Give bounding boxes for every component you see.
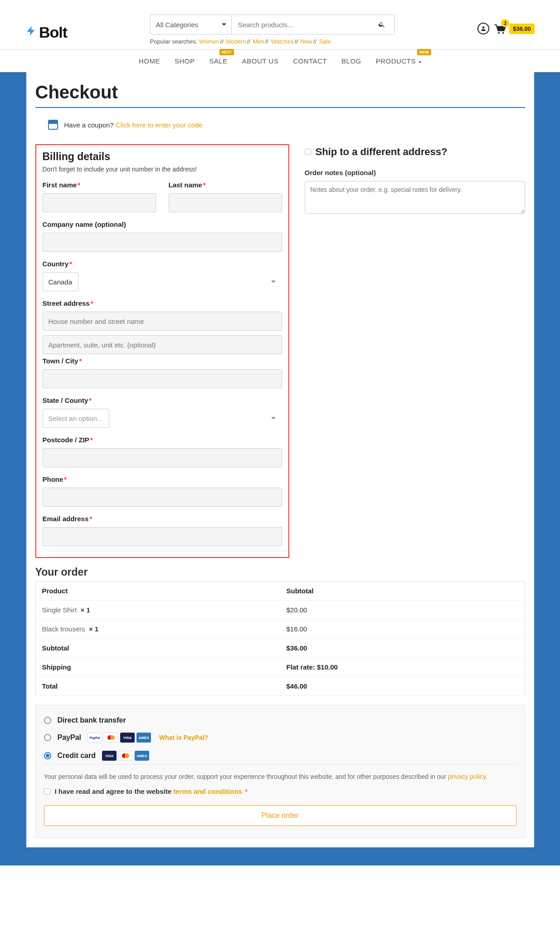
shipping-section: Ship to a different address? Order notes… (305, 144, 525, 558)
main-nav: HOME SHOP SALE HOT! ABOUT US CONTACT BLO… (0, 49, 560, 72)
paypal-card-icons: PayPal VISA AMEX (88, 733, 151, 743)
label-company: Company name (optional) (43, 220, 282, 228)
state-select[interactable]: Select an option... (43, 409, 109, 428)
amex-icon: AMEX (136, 733, 151, 743)
payment-option-bank[interactable]: Direct bank transfer (44, 716, 516, 724)
coupon-row: Have a coupon? Click here to enter your … (35, 117, 525, 144)
top-header: Bolt All Categories Popular searches: (0, 0, 560, 49)
popular-searches: Popular searches: Women// Modern// Men//… (150, 38, 331, 45)
popular-link[interactable]: Men (253, 38, 264, 45)
label-phone: Phone* (43, 475, 282, 483)
label-order-notes: Order notes (optional) (305, 169, 525, 176)
nav-shop[interactable]: SHOP (175, 57, 195, 65)
label-first-name: First name* (43, 181, 156, 189)
order-head-product: Product (35, 582, 280, 601)
radio-icon (44, 734, 51, 741)
logo[interactable]: Bolt (25, 24, 67, 41)
label-country: Country* (43, 260, 282, 268)
nav-products[interactable]: PRODUCTS ▾ NEW (376, 57, 421, 65)
logo-text: Bolt (39, 24, 67, 41)
search-input[interactable] (232, 15, 370, 34)
visa-icon: VISA (102, 751, 117, 761)
phone-input[interactable] (43, 488, 282, 507)
search-area: All Categories Popular searches: Women//… (150, 15, 395, 45)
bolt-icon (25, 24, 37, 41)
label-postcode: Postcode / ZIP* (43, 436, 282, 444)
radio-icon (44, 717, 51, 724)
what-is-paypal-link[interactable]: What is PayPal? (159, 734, 208, 741)
order-shipping-row: Shipping Flat rate: $10.00 (35, 658, 525, 677)
cart-button[interactable]: 2 $36.00 (493, 23, 535, 34)
user-icon (480, 25, 487, 32)
cart-count-badge: 2 (501, 19, 509, 27)
billing-section: Billing details Don't forget to include … (35, 144, 289, 558)
radio-icon (44, 752, 51, 759)
ship-different-checkbox[interactable] (305, 149, 311, 155)
cart-icon: 2 (493, 23, 506, 34)
order-notes-input[interactable] (305, 181, 525, 214)
category-select[interactable]: All Categories (150, 15, 232, 34)
nav-home[interactable]: HOME (139, 57, 160, 65)
order-subtotal-row: Subtotal $36.00 (35, 639, 525, 658)
popular-link[interactable]: Watches (271, 38, 294, 45)
terms-row: I have read and agree to the website ter… (44, 787, 516, 795)
paypal-icon: PayPal (88, 733, 102, 743)
street-address-2-input[interactable] (43, 335, 282, 354)
coupon-icon (48, 120, 58, 130)
cart-total: $36.00 (509, 24, 535, 34)
mastercard-icon (118, 751, 133, 761)
nav-about[interactable]: ABOUT US (242, 57, 278, 65)
order-row: Single Shirt × 1 $20.00 (35, 601, 525, 620)
mastercard-icon (104, 733, 118, 743)
search-icon (378, 21, 385, 28)
label-last-name: Last name* (169, 181, 282, 189)
coupon-prompt: Have a coupon? (64, 121, 114, 129)
popular-link[interactable]: Women (199, 38, 219, 45)
nav-contact[interactable]: CONTACT (293, 57, 327, 65)
search-button[interactable] (370, 15, 395, 34)
first-name-input[interactable] (43, 193, 156, 212)
terms-link[interactable]: terms and conditions (173, 787, 242, 795)
last-name-input[interactable] (169, 193, 282, 212)
new-badge: NEW (417, 49, 431, 55)
account-button[interactable] (477, 23, 489, 34)
hot-badge: HOT! (219, 49, 234, 55)
popular-link[interactable]: Sale (319, 38, 331, 45)
label-city: Town / City* (43, 357, 282, 365)
ship-different-heading: Ship to a different address? (316, 146, 448, 158)
street-address-1-input[interactable] (43, 312, 282, 331)
city-input[interactable] (43, 369, 282, 388)
order-head-subtotal: Subtotal (280, 582, 525, 601)
visa-icon: VISA (120, 733, 135, 743)
payment-option-credit[interactable]: Credit card VISA AMEX (44, 751, 516, 761)
label-street: Street address* (43, 299, 282, 307)
chevron-down-icon: ▾ (419, 59, 422, 64)
amex-icon: AMEX (135, 751, 149, 761)
header-icons: 2 $36.00 (477, 23, 535, 34)
page-title: Checkout (35, 72, 525, 107)
credit-card-icons: VISA AMEX (102, 751, 149, 761)
order-total-row: Total $46.00 (35, 677, 525, 696)
title-underline (35, 107, 525, 108)
payment-option-paypal[interactable]: PayPal PayPal VISA AMEX What is PayPal? (44, 733, 516, 743)
coupon-link[interactable]: Click here to enter your code (116, 121, 203, 129)
payment-box: Direct bank transfer PayPal PayPal VISA … (35, 705, 525, 838)
place-order-button[interactable]: Place order (44, 805, 516, 826)
popular-link[interactable]: Modern (226, 38, 246, 45)
label-state: State / County* (43, 396, 282, 404)
country-select[interactable]: Canada (43, 272, 78, 291)
label-email: Email address* (43, 515, 282, 523)
terms-checkbox[interactable] (44, 788, 50, 795)
order-row: Black trousers × 1 $16.00 (35, 620, 525, 639)
postcode-input[interactable] (43, 448, 282, 467)
svg-point-0 (498, 32, 500, 34)
billing-hint: Don't forget to include your unit number… (43, 166, 282, 173)
company-input[interactable] (43, 233, 282, 252)
email-input[interactable] (43, 527, 282, 546)
nav-sale[interactable]: SALE HOT! (209, 57, 227, 65)
nav-blog[interactable]: BLOG (341, 57, 361, 65)
privacy-policy-link[interactable]: privacy policy (448, 773, 486, 780)
order-heading: Your order (35, 566, 525, 578)
svg-point-1 (502, 32, 504, 34)
popular-link[interactable]: New (301, 38, 312, 45)
